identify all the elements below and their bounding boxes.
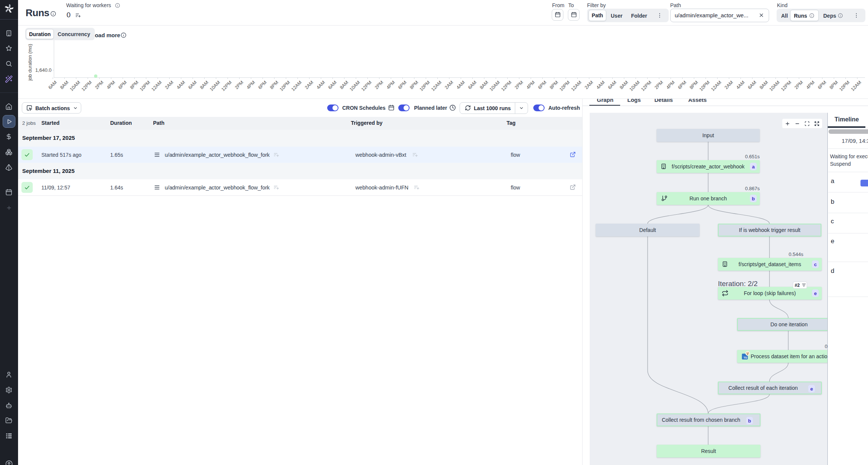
svg-text:TS: TS <box>744 356 747 359</box>
